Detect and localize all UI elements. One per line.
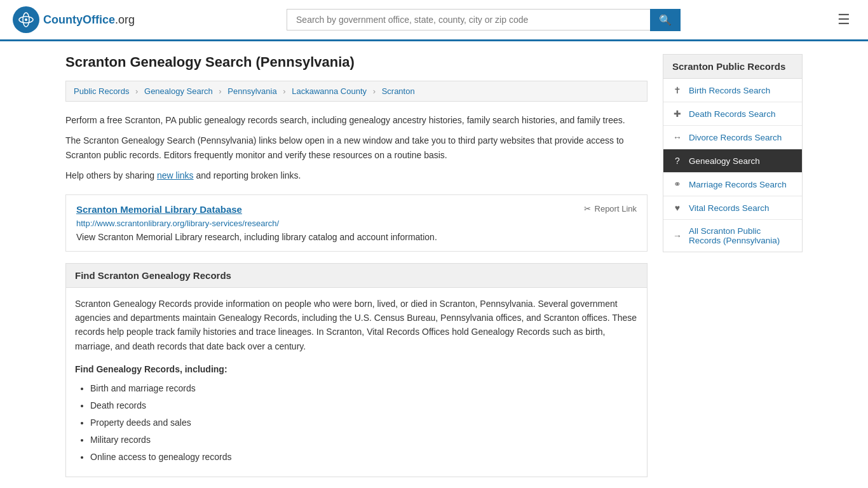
main-container: Scranton Genealogy Search (Pennsylvania)… [53, 41, 815, 488]
breadcrumb: Public Records › Genealogy Search › Penn… [65, 81, 648, 102]
divorce-icon: ↔ [672, 132, 682, 142]
logo-text: CountyOffice.org [43, 13, 135, 27]
sidebar-all-link[interactable]: → All Scranton Public Records (Pennsylva… [663, 220, 802, 252]
sidebar-vital-label: Vital Records Search [689, 203, 770, 213]
breadcrumb-public-records[interactable]: Public Records [74, 86, 129, 96]
list-item: Online access to genealogy records [90, 451, 638, 464]
death-icon: ✚ [672, 109, 682, 119]
search-container: 🔍 [287, 9, 681, 31]
vital-icon: ♥ [672, 203, 682, 213]
intro-paragraph-1: Perform a free Scranton, PA public genea… [65, 113, 648, 127]
breadcrumb-sep-1: › [135, 86, 138, 96]
sidebar-birth-label: Birth Records Search [689, 86, 770, 95]
content-area: Scranton Genealogy Search (Pennsylvania)… [65, 54, 648, 477]
sidebar-title: Scranton Public Records [663, 54, 803, 79]
breadcrumb-sep-4: › [373, 86, 376, 96]
list-item: Military records [90, 433, 638, 447]
breadcrumb-sep-3: › [283, 86, 285, 96]
header-right: ☰ [832, 9, 855, 30]
sidebar-marriage-label: Marriage Records Search [689, 180, 787, 189]
logo-area: CountyOffice.org [13, 6, 135, 33]
sidebar-item-death-records[interactable]: ✚ Death Records Search [663, 102, 802, 126]
find-records-header: Find Scranton Genealogy Records [65, 263, 648, 288]
find-records-body: Scranton Genealogy Records provide infor… [65, 288, 648, 477]
report-link-label: Report Link [595, 204, 637, 214]
sidebar-item-birth-records[interactable]: ✝ Birth Records Search [663, 79, 802, 102]
hamburger-icon: ☰ [837, 11, 850, 27]
svg-point-3 [25, 18, 27, 21]
breadcrumb-lackawanna[interactable]: Lackawanna County [292, 86, 367, 96]
find-records-list: Birth and marriage records Death records… [75, 382, 638, 464]
report-link-button[interactable]: ✂ Report Link [584, 204, 637, 214]
find-list-title: Find Genealogy Records, including: [75, 362, 638, 376]
new-links-link[interactable]: new links [157, 170, 194, 180]
list-item: Birth and marriage records [90, 382, 638, 395]
sidebar-genealogy-label: Genealogy Search [689, 156, 760, 166]
search-input[interactable] [287, 9, 650, 30]
sidebar-item-vital-records[interactable]: ♥ Vital Records Search [663, 196, 802, 220]
list-item: Property deeds and sales [90, 416, 638, 430]
marriage-icon: ⚭ [672, 179, 682, 189]
birth-icon: ✝ [672, 85, 682, 95]
breadcrumb-scranton[interactable]: Scranton [382, 86, 415, 96]
sidebar-nav: ✝ Birth Records Search ✚ Death Records S… [663, 79, 803, 252]
intro-after-link: and reporting broken links. [194, 170, 301, 180]
search-button[interactable]: 🔍 [650, 9, 681, 31]
report-icon: ✂ [584, 204, 591, 214]
sidebar-item-marriage-records[interactable]: ⚭ Marriage Records Search [663, 173, 802, 196]
library-description: View Scranton Memorial Library research,… [76, 232, 637, 242]
sidebar: Scranton Public Records ✝ Birth Records … [663, 54, 803, 477]
search-icon: 🔍 [659, 15, 672, 25]
sidebar-divorce-label: Divorce Records Search [689, 133, 782, 142]
site-header: CountyOffice.org 🔍 ☰ [0, 0, 868, 41]
find-records-text: Scranton Genealogy Records provide infor… [75, 297, 638, 354]
sidebar-item-divorce-records[interactable]: ↔ Divorce Records Search [663, 126, 802, 149]
library-title: Scranton Memorial Library Database [76, 204, 242, 215]
genealogy-icon: ? [672, 156, 682, 166]
logo-brand: CountyOffice [43, 13, 115, 26]
breadcrumb-sep-2: › [219, 86, 221, 96]
sidebar-item-genealogy-search[interactable]: ? Genealogy Search [663, 149, 802, 173]
sidebar-death-label: Death Records Search [689, 109, 776, 119]
library-link[interactable]: Scranton Memorial Library Database [76, 204, 242, 215]
library-section: Scranton Memorial Library Database ✂ Rep… [65, 194, 648, 252]
all-arrow-icon: → [672, 231, 682, 241]
library-header: Scranton Memorial Library Database ✂ Rep… [76, 204, 637, 215]
logo-icon [13, 6, 39, 33]
logo-org: .org [115, 13, 135, 26]
page-title: Scranton Genealogy Search (Pennsylvania) [65, 54, 648, 71]
intro-paragraph-3: Help others by sharing new links and rep… [65, 168, 648, 182]
list-item: Death records [90, 399, 638, 412]
breadcrumb-genealogy-search[interactable]: Genealogy Search [144, 86, 213, 96]
intro-paragraph-2: The Scranton Genealogy Search (Pennsylva… [65, 133, 648, 162]
breadcrumb-pennsylvania[interactable]: Pennsylvania [227, 86, 276, 96]
intro-before-link: Help others by sharing [65, 170, 157, 180]
find-records-section: Find Scranton Genealogy Records Scranton… [65, 263, 648, 477]
menu-button[interactable]: ☰ [832, 9, 855, 30]
sidebar-all-label: All Scranton Public Records (Pennsylvani… [689, 226, 793, 245]
library-url[interactable]: http://www.scrantonlibrary.org/library-s… [76, 219, 637, 228]
list-item-text: Property deeds and sales [90, 417, 191, 428]
